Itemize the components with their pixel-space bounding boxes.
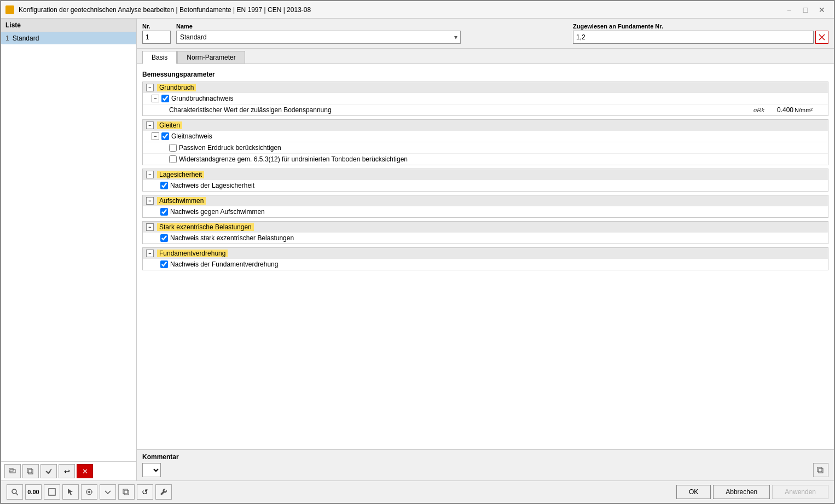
ok-button[interactable]: OK bbox=[676, 485, 711, 499]
comment-area: Kommentar bbox=[137, 449, 834, 480]
svg-rect-10 bbox=[49, 489, 55, 495]
label-bodenspannung: Charakteristischer Wert der zulässigen B… bbox=[169, 106, 734, 114]
name-label: Name bbox=[176, 23, 461, 30]
comment-copy-button[interactable] bbox=[813, 463, 828, 477]
row-gleitnachweis: − Gleitnachweis bbox=[143, 131, 828, 142]
check-gleitnachweis[interactable] bbox=[161, 132, 169, 140]
footer-btn-wrench[interactable] bbox=[155, 484, 172, 500]
name-select[interactable]: Standard bbox=[176, 31, 461, 44]
section-aufschwimmen-head: − Aufschwimmen bbox=[143, 195, 828, 206]
list-controls: ↩ ✕ bbox=[1, 461, 136, 480]
footer-btn-search[interactable] bbox=[7, 484, 23, 500]
value-bodenspannung: 0.400 bbox=[764, 106, 795, 114]
svg-rect-18 bbox=[124, 490, 129, 495]
footer-btn-cursor[interactable] bbox=[62, 484, 79, 500]
zugewiesen-label: Zugewiesen an Fundamente Nr. bbox=[573, 23, 828, 30]
cancel-button[interactable]: Abbrechen bbox=[713, 485, 770, 499]
check-passiven-erddruck[interactable] bbox=[169, 144, 177, 152]
section-aufschwimmen-rows: Nachweis gegen Aufschwimmen bbox=[143, 206, 828, 217]
svg-rect-7 bbox=[817, 467, 822, 472]
footer-btn-arrow[interactable] bbox=[100, 484, 116, 500]
row-nachweis-fundamentverdrehung: Nachweis der Fundamentverdrehung bbox=[143, 259, 828, 270]
comment-select-wrapper bbox=[142, 463, 811, 477]
comment-select[interactable] bbox=[142, 463, 161, 477]
label-nachweis-fundamentverdrehung: Nachweis der Fundamentverdrehung bbox=[170, 260, 734, 268]
collapse-aufschwimmen[interactable]: − bbox=[146, 197, 154, 205]
label-gleitnachweis: Gleitnachweis bbox=[171, 132, 734, 140]
svg-rect-2 bbox=[28, 470, 33, 474]
section-gleiten-label: Gleiten bbox=[157, 121, 182, 129]
section-lagesicherheit: − Lagesicherheit Nachweis der Lagesicher… bbox=[142, 169, 828, 192]
check-nachweis-aufschwimmen[interactable] bbox=[160, 208, 168, 216]
footer-btn-box[interactable] bbox=[44, 484, 60, 500]
svg-marker-11 bbox=[68, 489, 73, 495]
check-grundbruchnachweis[interactable] bbox=[161, 95, 169, 102]
list-item[interactable]: 1 Standard bbox=[1, 32, 136, 44]
dialog-body: Liste 1 Standard ↩ ✕ bbox=[1, 19, 834, 480]
row-nachweis-lagesicherheit: Nachweis der Lagesicherheit bbox=[143, 180, 828, 191]
copy-button[interactable] bbox=[22, 464, 39, 478]
nr-group: Nr. bbox=[142, 23, 171, 44]
collapse-lagesicherheit[interactable]: − bbox=[146, 171, 154, 178]
row-widerstandsgrenze: Widerstandsgrenze gem. 6.5.3(12) für und… bbox=[143, 153, 828, 165]
collapse-fundamentverdrehung[interactable]: − bbox=[146, 250, 154, 257]
nr-input[interactable] bbox=[142, 31, 171, 44]
close-button[interactable]: ✕ bbox=[814, 4, 830, 16]
delete-button[interactable]: ✕ bbox=[77, 464, 93, 478]
svg-rect-6 bbox=[819, 468, 823, 473]
zugewiesen-group: Zugewiesen an Fundamente Nr. bbox=[573, 23, 828, 44]
footer-btn-undo[interactable]: ↺ bbox=[137, 484, 153, 500]
tab-basis[interactable]: Basis bbox=[142, 51, 177, 64]
footer-btn-target[interactable] bbox=[81, 484, 97, 500]
section-stark-exz: − Stark exzentrische Belastungen Nachwei… bbox=[142, 221, 828, 244]
check-nachweis-fundamentverdrehung[interactable] bbox=[160, 260, 168, 268]
svg-rect-19 bbox=[123, 489, 127, 494]
check-button[interactable] bbox=[40, 464, 57, 478]
name-group: Name Standard bbox=[176, 23, 461, 44]
collapse-stark-exz[interactable]: − bbox=[146, 223, 154, 231]
section-grundbruch-head: − Grundbruch bbox=[143, 82, 828, 93]
footer-btn-zero[interactable]: 0.00 bbox=[25, 484, 42, 500]
section-stark-exz-head: − Stark exzentrische Belastungen bbox=[143, 222, 828, 233]
reset-button[interactable]: ↩ bbox=[59, 464, 75, 478]
maximize-button[interactable]: □ bbox=[798, 4, 813, 16]
add-button[interactable] bbox=[4, 464, 21, 478]
section-lagesicherheit-rows: Nachweis der Lagesicherheit bbox=[143, 180, 828, 191]
nr-label: Nr. bbox=[142, 23, 171, 30]
list-item-label: Standard bbox=[13, 34, 39, 42]
section-fundamentverdrehung: − Fundamentverdrehung Nachweis der Funda… bbox=[142, 247, 828, 270]
minimize-button[interactable]: − bbox=[781, 4, 797, 16]
collapse-gleitnachweis[interactable]: − bbox=[152, 132, 159, 140]
row-nachweis-aufschwimmen: Nachweis gegen Aufschwimmen bbox=[143, 206, 828, 217]
section-stark-exz-label: Stark exzentrische Belastungen bbox=[157, 223, 254, 231]
main-dialog: Konfiguration der geotechnischen Analyse… bbox=[0, 0, 835, 504]
section-stark-exz-rows: Nachweis stark exzentrischer Belastungen bbox=[143, 233, 828, 244]
zugewiesen-input[interactable] bbox=[573, 31, 814, 44]
symbol-bodenspannung: σRk bbox=[734, 107, 764, 113]
section-lagesicherheit-head: − Lagesicherheit bbox=[143, 169, 828, 180]
section-grundbruch-label: Grundbruch bbox=[157, 84, 196, 91]
collapse-grundbruch[interactable]: − bbox=[146, 84, 154, 91]
bemessungsparameter-title: Bemessungsparameter bbox=[142, 68, 828, 82]
check-nachweis-lagesicherheit[interactable] bbox=[160, 182, 168, 189]
label-widerstandsgrenze: Widerstandsgrenze gem. 6.5.3(12) für und… bbox=[179, 155, 734, 163]
check-widerstandsgrenze[interactable] bbox=[169, 155, 177, 163]
tab-norm-parameter[interactable]: Norm-Parameter bbox=[177, 51, 245, 63]
check-nachweis-stark-exz[interactable] bbox=[160, 234, 168, 242]
label-grundbruchnachweis: Grundbruchnachweis bbox=[171, 95, 734, 102]
list-header: Liste bbox=[1, 19, 136, 32]
comment-label: Kommentar bbox=[142, 453, 828, 461]
row-passiven-erddruck: Passiven Erddruck berücksichtigen bbox=[143, 142, 828, 153]
svg-line-9 bbox=[16, 493, 18, 495]
zugewiesen-clear-button[interactable] bbox=[815, 31, 828, 44]
section-lagesicherheit-label: Lagesicherheit bbox=[157, 171, 204, 178]
footer-btn-copy2[interactable] bbox=[118, 484, 135, 500]
tab-bar: Basis Norm-Parameter bbox=[137, 49, 834, 64]
collapse-grundbruchnachweis[interactable]: − bbox=[152, 95, 159, 102]
section-gleiten-head: − Gleiten bbox=[143, 120, 828, 131]
collapse-gleiten[interactable]: − bbox=[146, 121, 154, 129]
apply-button[interactable]: Anwenden bbox=[772, 485, 828, 499]
app-icon bbox=[5, 5, 14, 14]
footer-bar: 0.00 ↺ OK Abbrechen Anwenden bbox=[1, 480, 834, 503]
window-controls: − □ ✕ bbox=[781, 4, 830, 16]
